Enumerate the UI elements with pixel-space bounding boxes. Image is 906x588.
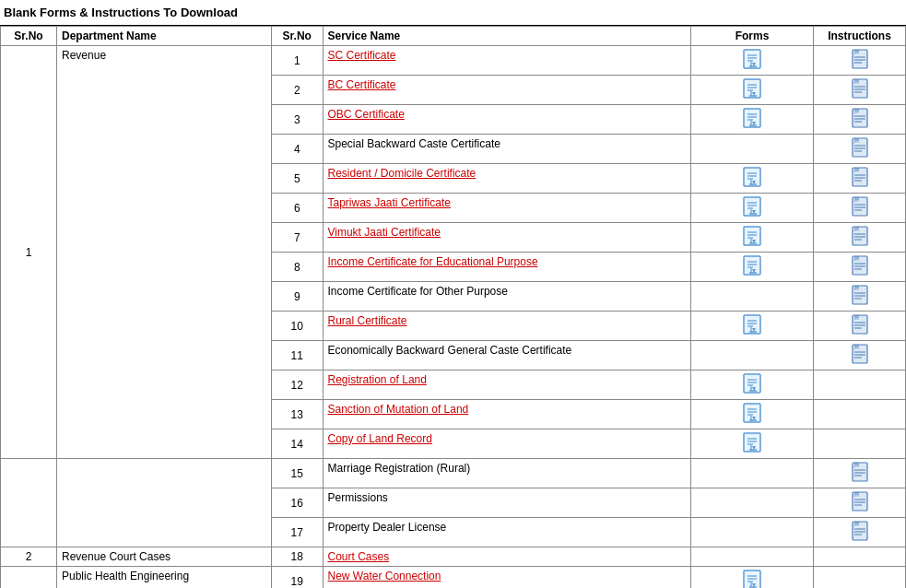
instructions-cell[interactable]: W: [814, 253, 906, 282]
service-link[interactable]: OBC Certificate: [328, 108, 405, 121]
service-link[interactable]: Court Cases: [328, 550, 390, 563]
instructions-cell[interactable]: W: [814, 341, 906, 370]
forms-cell: [690, 518, 813, 547]
forms-cell[interactable]: [690, 567, 813, 589]
download-instructions-icon[interactable]: W: [850, 314, 870, 335]
svg-text:W: W: [855, 523, 859, 528]
download-form-icon[interactable]: [742, 314, 762, 335]
download-form-icon[interactable]: [742, 255, 762, 276]
instructions-cell[interactable]: W: [814, 518, 906, 547]
svg-text:W: W: [855, 140, 859, 145]
download-instructions-icon[interactable]: W: [850, 108, 870, 128]
download-instructions-icon[interactable]: W: [850, 226, 870, 246]
dept-name: [57, 459, 272, 547]
service-link[interactable]: New Water Connection: [328, 570, 441, 582]
service-name[interactable]: Resident / Domicile Certificate: [323, 164, 690, 194]
forms-cell[interactable]: [690, 370, 813, 400]
instructions-cell[interactable]: W: [814, 46, 906, 76]
forms-cell[interactable]: [690, 76, 813, 105]
svg-rect-0: [744, 50, 760, 68]
forms-cell: [690, 488, 813, 518]
service-name[interactable]: Court Cases: [323, 547, 690, 567]
service-link[interactable]: Rural Certificate: [328, 314, 407, 327]
service-name[interactable]: Copy of Land Record: [323, 429, 690, 459]
instructions-cell[interactable]: W: [814, 105, 906, 135]
download-instructions-icon[interactable]: W: [850, 462, 870, 482]
instructions-cell[interactable]: W: [814, 282, 906, 312]
service-link[interactable]: Vimukt Jaati Certificate: [328, 226, 441, 239]
forms-cell[interactable]: [690, 312, 813, 341]
download-instructions-icon[interactable]: W: [850, 344, 870, 364]
service-name[interactable]: SC Certificate: [323, 46, 690, 76]
download-instructions-icon[interactable]: W: [850, 521, 870, 541]
svg-rect-84: [744, 256, 760, 275]
forms-cell[interactable]: [690, 105, 813, 135]
download-form-icon[interactable]: [742, 49, 762, 69]
service-link[interactable]: Copy of Land Record: [328, 432, 432, 445]
service-name[interactable]: Income Certificate for Educational Purpo…: [323, 253, 690, 282]
instructions-cell: [814, 400, 906, 429]
service-name: Property Dealer License: [323, 518, 690, 547]
service-name[interactable]: Rural Certificate: [323, 312, 690, 341]
service-link[interactable]: SC Certificate: [328, 49, 396, 62]
forms-cell: [690, 282, 813, 312]
svg-text:W: W: [855, 111, 859, 115]
service-link[interactable]: Registration of Land: [328, 373, 427, 386]
download-instructions-icon[interactable]: W: [850, 78, 870, 99]
download-instructions-icon[interactable]: W: [850, 137, 870, 158]
download-form-icon[interactable]: [742, 196, 762, 217]
instructions-cell[interactable]: W: [814, 459, 906, 488]
service-srno: 8: [272, 253, 323, 282]
forms-cell[interactable]: [690, 429, 813, 459]
svg-text:W: W: [855, 347, 859, 351]
service-srno: 11: [272, 341, 323, 370]
download-form-icon[interactable]: [742, 78, 762, 99]
download-form-icon[interactable]: [742, 167, 762, 187]
forms-cell[interactable]: [690, 223, 813, 253]
service-srno: 19: [272, 567, 323, 589]
dept-srno: 1: [1, 46, 57, 459]
download-instructions-icon[interactable]: W: [850, 491, 870, 512]
instructions-cell[interactable]: W: [814, 76, 906, 105]
service-name: Marriage Registration (Rural): [323, 459, 690, 488]
service-link[interactable]: Resident / Domicile Certificate: [328, 167, 477, 180]
download-instructions-icon[interactable]: W: [850, 167, 870, 187]
download-instructions-icon[interactable]: W: [850, 196, 870, 217]
instructions-cell[interactable]: W: [814, 223, 906, 253]
download-form-icon[interactable]: [742, 432, 762, 453]
download-form-icon[interactable]: [742, 570, 762, 588]
instructions-cell[interactable]: W: [814, 135, 906, 164]
download-instructions-icon[interactable]: W: [850, 285, 870, 305]
service-link[interactable]: Sanction of Mutation of Land: [328, 403, 469, 416]
service-name[interactable]: Sanction of Mutation of Land: [323, 400, 690, 429]
download-form-icon[interactable]: [742, 226, 762, 246]
instructions-cell[interactable]: W: [814, 164, 906, 194]
service-link[interactable]: Income Certificate for Educational Purpo…: [328, 255, 538, 268]
forms-cell[interactable]: [690, 164, 813, 194]
svg-rect-129: [744, 404, 760, 422]
download-form-icon[interactable]: [742, 373, 762, 394]
service-link[interactable]: Tapriwas Jaati Certificate: [328, 196, 451, 209]
service-name[interactable]: New Water Connection: [323, 567, 690, 589]
forms-cell[interactable]: [690, 253, 813, 282]
download-instructions-icon[interactable]: W: [850, 255, 870, 276]
download-form-icon[interactable]: [742, 108, 762, 128]
forms-cell[interactable]: [690, 194, 813, 223]
service-link[interactable]: BC Certificate: [328, 78, 396, 91]
service-name[interactable]: Registration of Land: [323, 370, 690, 400]
service-name: Special Backward Caste Certificate: [323, 135, 690, 164]
service-name[interactable]: Vimukt Jaati Certificate: [323, 223, 690, 253]
service-name[interactable]: OBC Certificate: [323, 105, 690, 135]
forms-cell[interactable]: [690, 400, 813, 429]
download-form-icon[interactable]: [742, 403, 762, 423]
service-name[interactable]: Tapriwas Jaati Certificate: [323, 194, 690, 223]
instructions-cell[interactable]: W: [814, 312, 906, 341]
instructions-cell: [814, 370, 906, 400]
instructions-cell[interactable]: W: [814, 488, 906, 518]
download-instructions-icon[interactable]: W: [850, 49, 870, 69]
forms-cell[interactable]: [690, 46, 813, 76]
service-name[interactable]: BC Certificate: [323, 76, 690, 105]
instructions-cell[interactable]: W: [814, 194, 906, 223]
service-name: Income Certificate for Other Purpose: [323, 282, 690, 312]
service-name: Economically Backward General Caste Cert…: [323, 341, 690, 370]
